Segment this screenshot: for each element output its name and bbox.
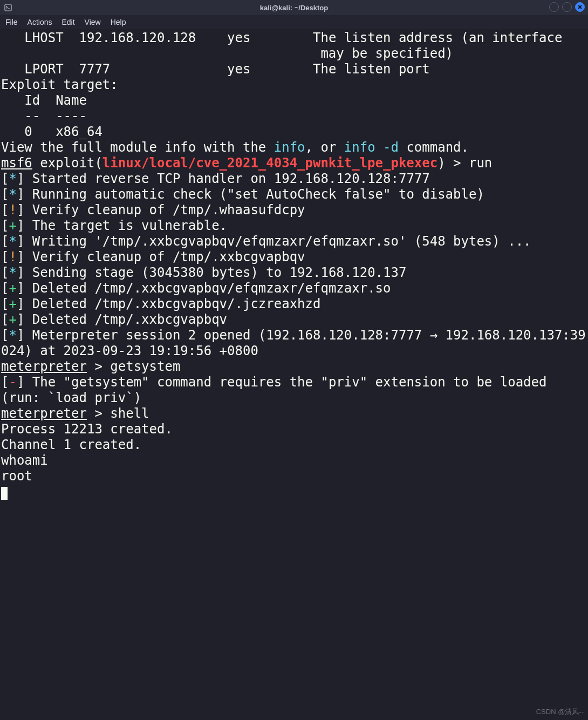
status-tag-bang: [!] xyxy=(1,202,32,218)
close-button[interactable] xyxy=(575,2,585,12)
window-controls xyxy=(549,2,585,12)
terminal-window: kali@kali: ~/Desktop File Actions Edit V… xyxy=(0,0,588,720)
status-tag-star: [*] xyxy=(1,171,32,186)
status-tag-star: [*] xyxy=(1,265,32,280)
cursor xyxy=(1,487,8,500)
status-tag-star: [*] xyxy=(1,328,32,343)
watermark: CSDN @清风-- xyxy=(536,707,584,717)
minimize-button[interactable] xyxy=(549,2,559,12)
meterpreter-prompt: meterpreter xyxy=(1,359,87,374)
menu-help[interactable]: Help xyxy=(111,18,126,26)
info-cmd: info xyxy=(274,140,305,155)
menu-actions[interactable]: Actions xyxy=(28,18,52,26)
menu-view[interactable]: View xyxy=(85,18,101,26)
menubar: File Actions Edit View Help xyxy=(0,15,588,29)
status-tag-star: [*] xyxy=(1,187,32,202)
status-tag-plus: [+] xyxy=(1,296,32,311)
titlebar[interactable]: kali@kali: ~/Desktop xyxy=(0,0,588,15)
shell-cmd: shell xyxy=(110,406,149,421)
run-cmd: run xyxy=(469,155,492,171)
info-d-cmd: info -d xyxy=(344,140,399,155)
meterpreter-prompt: meterpreter xyxy=(1,406,87,421)
status-tag-plus: [+] xyxy=(1,281,32,296)
status-tag-minus: [-] xyxy=(1,375,32,390)
msf6-prompt: msf6 xyxy=(1,155,32,171)
status-tag-plus: [+] xyxy=(1,218,32,233)
status-tag-plus: [+] xyxy=(1,312,32,327)
exploit-path: linux/local/cve_2021_4034_pwnkit_lpe_pke… xyxy=(102,155,437,171)
status-tag-star: [*] xyxy=(1,234,32,249)
terminal-output[interactable]: LHOST 192.168.120.128 yes The listen add… xyxy=(0,29,588,720)
window-title: kali@kali: ~/Desktop xyxy=(0,4,588,12)
menu-file[interactable]: File xyxy=(5,18,18,26)
menu-edit[interactable]: Edit xyxy=(61,18,74,26)
status-tag-bang: [!] xyxy=(1,249,32,264)
maximize-button[interactable] xyxy=(562,2,572,12)
getsystem-cmd: getsystem xyxy=(110,359,180,374)
